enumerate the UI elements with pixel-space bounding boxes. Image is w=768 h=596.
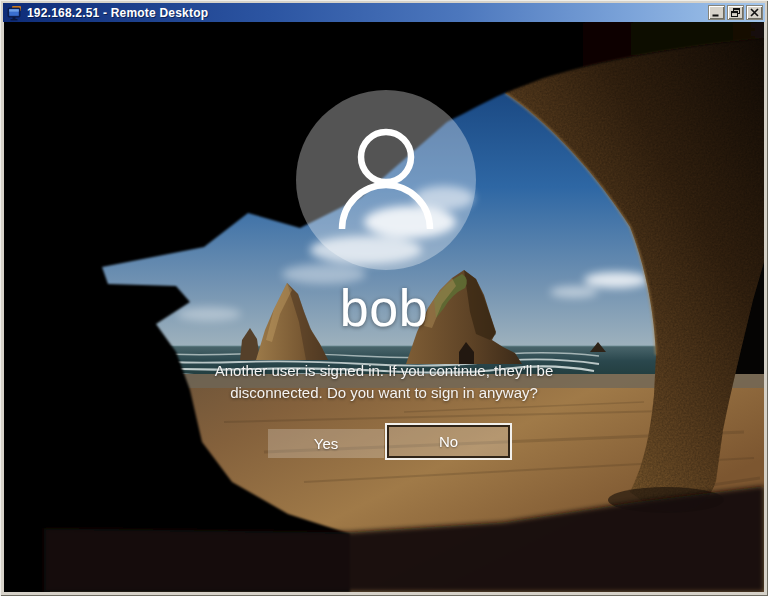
remote-session-screen: bob Another user is signed in. If you co…	[4, 22, 764, 592]
signin-message-line1: Another user is signed in. If you contin…	[4, 360, 764, 382]
close-button[interactable]	[746, 5, 763, 20]
minimize-icon	[712, 8, 721, 17]
person-icon	[296, 90, 476, 270]
window-title: 192.168.2.51 - Remote Desktop	[27, 6, 708, 20]
close-icon	[750, 8, 759, 17]
remote-desktop-icon	[7, 5, 23, 21]
restore-icon	[731, 8, 740, 17]
username: bob	[4, 278, 764, 338]
signin-message: Another user is signed in. If you contin…	[4, 360, 764, 404]
titlebar[interactable]: 192.168.2.51 - Remote Desktop	[3, 3, 765, 22]
user-avatar	[296, 90, 476, 270]
remote-desktop-window: 192.168.2.51 - Remote Desktop	[0, 0, 768, 596]
yes-button[interactable]: Yes	[268, 429, 384, 458]
restore-button[interactable]	[727, 5, 744, 20]
signin-message-line2: disconnected. Do you want to sign in any…	[4, 382, 764, 404]
no-button[interactable]: No	[385, 423, 512, 460]
minimize-button[interactable]	[708, 5, 725, 20]
